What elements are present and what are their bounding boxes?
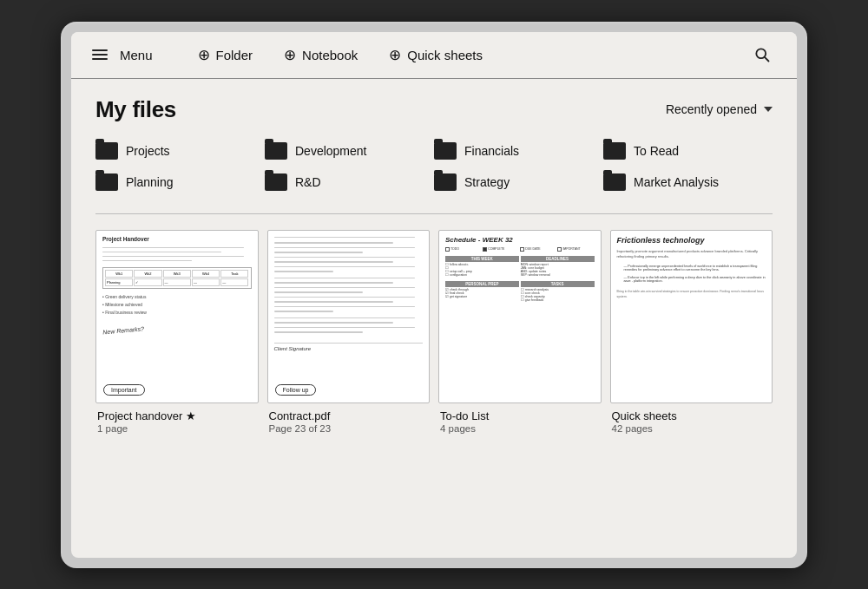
device-frame: Menu ⊕ Folder ⊕ Notebook ⊕ Quick sheets (61, 22, 807, 568)
folder-item[interactable]: Development (265, 139, 434, 163)
menu-icon[interactable] (92, 49, 108, 60)
file-card-contract[interactable]: Client Signature Follow up Contract.pdf … (267, 230, 431, 434)
file-name: Contract.pdf (269, 409, 429, 422)
file-card-project-handover[interactable]: Project Handover Wk1 Wk2 (95, 230, 259, 434)
file-meta: Page 23 of 23 (269, 423, 429, 434)
folder-item[interactable]: R&D (265, 170, 434, 194)
folder-label: To Read (634, 144, 679, 158)
file-preview: Project Handover Wk1 Wk2 (95, 230, 259, 403)
notebook-label: Notebook (302, 48, 358, 62)
folder-label: Market Analysis (634, 175, 719, 189)
chevron-down-icon (764, 107, 773, 112)
file-preview: Frictionless technology Importantly prom… (610, 230, 773, 403)
file-name: To-do List (440, 409, 600, 422)
search-button[interactable] (748, 41, 776, 69)
file-info: Project handover ★ 1 page (95, 409, 259, 434)
file-meta: 42 pages (612, 423, 772, 434)
folder-item[interactable]: Financials (434, 139, 603, 163)
file-meta: 4 pages (440, 423, 600, 434)
file-info: Quick sheets 42 pages (610, 409, 773, 434)
sort-label: Recently opened (666, 102, 757, 116)
folder-label: Financials (464, 144, 519, 158)
folder-label: Strategy (464, 175, 510, 189)
main-content: My files Recently opened Projects Develo… (71, 79, 797, 558)
folder-label: Development (295, 144, 367, 158)
folder-icon (95, 173, 118, 191)
file-card-quicksheets[interactable]: Frictionless technology Importantly prom… (610, 230, 773, 434)
screen: Menu ⊕ Folder ⊕ Notebook ⊕ Quick sheets (71, 32, 797, 558)
folder-icon (265, 142, 287, 160)
quicksheets-plus-icon: ⊕ (389, 48, 401, 62)
svg-line-1 (765, 57, 769, 62)
folder-item[interactable]: Strategy (434, 170, 603, 194)
quicksheets-button[interactable]: ⊕ Quick sheets (380, 43, 491, 68)
notebook-button[interactable]: ⊕ Notebook (275, 43, 366, 68)
file-badge-followup: Follow up (275, 384, 317, 396)
file-badge-important: Important (103, 384, 145, 396)
file-preview: Client Signature Follow up (267, 230, 431, 403)
folder-icon (95, 142, 118, 160)
folder-button[interactable]: ⊕ Folder (189, 43, 262, 68)
folder-grid: Projects Development Financials To Read (95, 139, 773, 194)
file-info: To-do List 4 pages (438, 409, 602, 434)
search-icon (753, 46, 771, 63)
folder-icon (434, 142, 457, 160)
menu-button[interactable]: Menu (111, 43, 161, 68)
folder-icon (603, 142, 626, 160)
folder-plus-icon: ⊕ (198, 48, 210, 62)
file-card-todo[interactable]: Schedule - WEEK 32 TODO COMPLETE DUE DAT… (438, 230, 602, 434)
file-preview: Schedule - WEEK 32 TODO COMPLETE DUE DAT… (438, 230, 602, 403)
folder-item[interactable]: To Read (603, 139, 773, 163)
content-header: My files Recently opened (95, 96, 773, 123)
page-title: My files (95, 96, 176, 123)
notebook-plus-icon: ⊕ (284, 48, 296, 62)
folder-label: R&D (295, 175, 321, 189)
quicksheets-label: Quick sheets (407, 48, 483, 62)
folder-label: Folder (216, 48, 253, 62)
folder-icon (434, 173, 457, 191)
menu-label: Menu (120, 48, 153, 62)
file-info: Contract.pdf Page 23 of 23 (267, 409, 431, 434)
file-name: Project handover ★ (97, 409, 257, 422)
sort-control[interactable]: Recently opened (666, 102, 773, 116)
folder-item[interactable]: Projects (95, 139, 265, 163)
section-divider (95, 213, 773, 214)
files-grid: Project Handover Wk1 Wk2 (95, 230, 773, 434)
star-icon: ★ (186, 409, 196, 422)
folder-item[interactable]: Market Analysis (603, 170, 773, 194)
folder-label: Planning (126, 175, 174, 189)
file-meta: 1 page (97, 423, 257, 434)
folder-item[interactable]: Planning (95, 170, 265, 194)
navbar: Menu ⊕ Folder ⊕ Notebook ⊕ Quick sheets (71, 32, 797, 79)
folder-label: Projects (126, 144, 170, 158)
folder-icon (265, 173, 287, 191)
file-name: Quick sheets (612, 409, 772, 422)
folder-icon (603, 173, 626, 191)
